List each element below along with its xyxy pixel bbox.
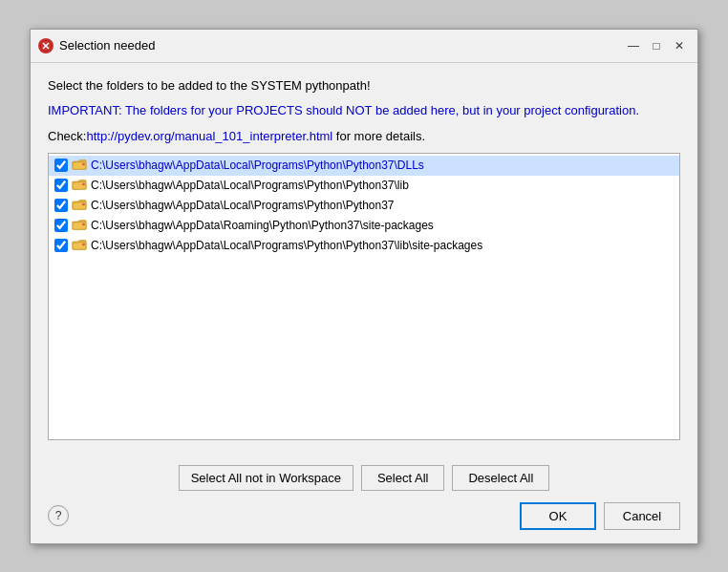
bottom-row: ? OK Cancel (31, 495, 697, 543)
selection-dialog: Selection needed — □ ✕ Select the folder… (30, 29, 698, 544)
folder-icon (72, 178, 87, 194)
item-path: C:\Users\bhagw\AppData\Local\Programs\Py… (91, 159, 424, 172)
bottom-right: OK Cancel (520, 502, 680, 530)
maximize-button[interactable]: □ (646, 35, 667, 56)
message-link-line: Check:http://pydev.org/manual_101_interp… (48, 129, 680, 143)
list-item[interactable]: C:\Users\bhagw\AppData\Local\Programs\Py… (49, 236, 679, 256)
list-item[interactable]: C:\Users\bhagw\AppData\Local\Programs\Py… (49, 196, 679, 216)
svg-point-18 (83, 223, 84, 224)
help-button[interactable]: ? (48, 505, 69, 526)
close-button[interactable]: ✕ (669, 35, 690, 56)
svg-rect-11 (73, 201, 86, 209)
important-text: IMPORTANT: The folders for your PROJECTS… (48, 103, 639, 117)
svg-point-22 (83, 244, 84, 244)
minimize-button[interactable]: — (623, 35, 644, 56)
title-controls: — □ ✕ (623, 35, 690, 56)
item-path: C:\Users\bhagw\AppData\Roaming\Python\Py… (91, 219, 434, 232)
manual-link[interactable]: http://pydev.org/manual_101_interpreter.… (86, 129, 332, 143)
list-item-checkbox[interactable] (54, 239, 68, 252)
check-prefix: Check: (48, 129, 86, 143)
middle-buttons-row: Select All not in Workspace Select All D… (31, 455, 697, 495)
svg-point-14 (83, 203, 84, 204)
dialog-title: Selection needed (59, 38, 155, 53)
svg-rect-19 (73, 242, 86, 249)
cancel-button[interactable]: Cancel (604, 502, 680, 530)
svg-point-6 (83, 163, 84, 164)
list-item[interactable]: C:\Users\bhagw\AppData\Roaming\Python\Py… (49, 216, 679, 236)
select-all-button[interactable]: Select All (361, 465, 444, 491)
folder-icon (72, 218, 87, 234)
title-bar: Selection needed — □ ✕ (31, 30, 697, 63)
item-path: C:\Users\bhagw\AppData\Local\Programs\Py… (91, 199, 395, 212)
list-item-checkbox[interactable] (54, 199, 68, 212)
list-item-checkbox[interactable] (54, 159, 68, 172)
bottom-left: ? (48, 505, 69, 526)
svg-rect-7 (73, 181, 86, 189)
svg-point-10 (83, 183, 84, 184)
list-item-checkbox[interactable] (54, 219, 68, 232)
title-bar-left: Selection needed (38, 38, 155, 53)
folder-icon (72, 238, 87, 254)
select-all-not-workspace-button[interactable]: Select All not in Workspace (179, 465, 353, 491)
item-path: C:\Users\bhagw\AppData\Local\Programs\Py… (91, 239, 482, 252)
folder-list: C:\Users\bhagw\AppData\Local\Programs\Py… (48, 153, 680, 440)
folder-icon (72, 158, 87, 174)
list-item[interactable]: C:\Users\bhagw\AppData\Local\Programs\Py… (49, 156, 679, 176)
message-important: IMPORTANT: The folders for your PROJECTS… (48, 102, 680, 119)
dialog-body: Select the folders to be added to the SY… (31, 63, 697, 455)
list-item[interactable]: C:\Users\bhagw\AppData\Local\Programs\Py… (49, 176, 679, 196)
item-path: C:\Users\bhagw\AppData\Local\Programs\Py… (91, 179, 409, 192)
list-item-checkbox[interactable] (54, 179, 68, 192)
dialog-icon (38, 38, 54, 53)
folder-icon (72, 198, 87, 214)
svg-rect-15 (73, 222, 86, 229)
svg-rect-3 (73, 161, 86, 169)
deselect-all-button[interactable]: Deselect All (452, 465, 549, 491)
ok-button[interactable]: OK (520, 502, 596, 530)
check-suffix: for more details. (332, 129, 425, 143)
message-line1: Select the folders to be added to the SY… (48, 78, 680, 93)
